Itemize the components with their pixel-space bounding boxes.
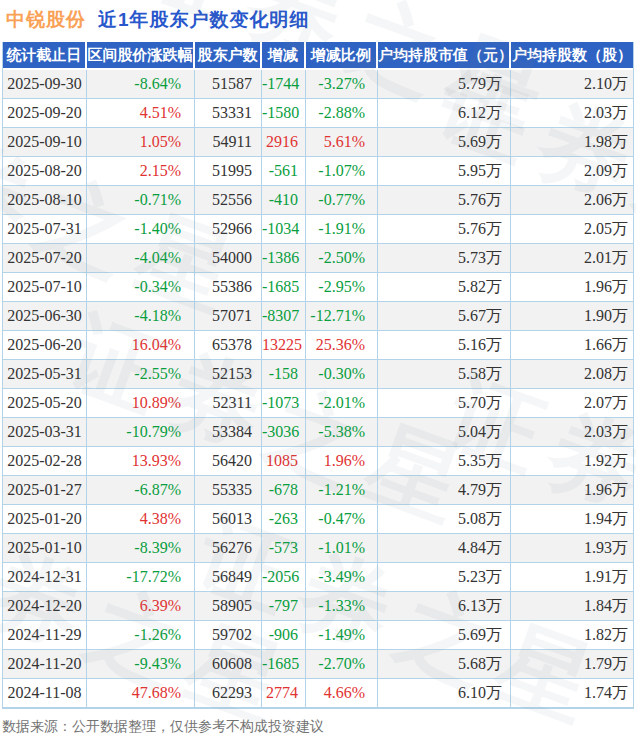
cell-avg-shares: 1.96万 <box>511 476 633 505</box>
cell-date: 2024-11-20 <box>3 650 87 679</box>
table-row: 2025-05-31 -2.55% 52153 -158 -0.30% 5.58… <box>3 360 633 389</box>
cell-date: 2024-12-31 <box>3 563 87 592</box>
cell-holders: 62293 <box>195 679 262 708</box>
cell-price-change: -6.87% <box>87 476 195 505</box>
cell-holders: 55335 <box>195 476 262 505</box>
cell-delta-pct: 1.96% <box>306 447 378 476</box>
cell-holders: 53384 <box>195 418 262 447</box>
cell-date: 2025-05-31 <box>3 360 87 389</box>
cell-avg-shares: 1.94万 <box>511 505 633 534</box>
cell-avg-shares: 2.09万 <box>511 157 633 186</box>
cell-price-change: -1.40% <box>87 215 195 244</box>
cell-holders: 51995 <box>195 157 262 186</box>
cell-avg-value: 5.23万 <box>378 563 511 592</box>
cell-avg-shares: 1.96万 <box>511 273 633 302</box>
cell-avg-value: 5.67万 <box>378 302 511 331</box>
cell-delta: -561 <box>262 157 306 186</box>
table-row: 2025-06-30 -4.18% 57071 -8307 -12.71% 5.… <box>3 302 633 331</box>
cell-delta: 1085 <box>262 447 306 476</box>
cell-avg-shares: 1.82万 <box>511 621 633 650</box>
cell-holders: 58905 <box>195 592 262 621</box>
page-subtitle: 近1年股东户数变化明细 <box>98 9 310 30</box>
cell-avg-value: 5.70万 <box>378 389 511 418</box>
cell-delta: -2056 <box>262 563 306 592</box>
cell-delta-pct: -1.07% <box>306 157 378 186</box>
cell-delta-pct: -2.50% <box>306 244 378 273</box>
cell-date: 2025-06-20 <box>3 331 87 360</box>
cell-date: 2025-08-10 <box>3 186 87 215</box>
cell-price-change: -9.43% <box>87 650 195 679</box>
cell-date: 2025-09-20 <box>3 99 87 128</box>
cell-avg-shares: 2.07万 <box>511 389 633 418</box>
cell-avg-shares: 2.03万 <box>511 99 633 128</box>
table-row: 2025-02-28 13.93% 56420 1085 1.96% 5.35万… <box>3 447 633 476</box>
cell-avg-shares: 1.84万 <box>511 592 633 621</box>
table-row: 2025-01-10 -8.39% 56276 -573 -1.01% 4.84… <box>3 534 633 563</box>
cell-delta-pct: -12.71% <box>306 302 378 331</box>
cell-delta-pct: -2.88% <box>306 99 378 128</box>
cell-price-change: 4.38% <box>87 505 195 534</box>
cell-date: 2025-01-20 <box>3 505 87 534</box>
cell-date: 2024-12-20 <box>3 592 87 621</box>
column-header-holders: 股东户数 <box>195 42 262 70</box>
cell-avg-value: 5.68万 <box>378 650 511 679</box>
table-row: 2025-07-20 -4.04% 54000 -1386 -2.50% 5.7… <box>3 244 633 273</box>
table-row: 2025-09-10 1.05% 54911 2916 5.61% 5.69万 … <box>3 128 633 157</box>
cell-avg-shares: 1.66万 <box>511 331 633 360</box>
table-row: 2025-07-10 -0.34% 55386 -1685 -2.95% 5.8… <box>3 273 633 302</box>
cell-holders: 57071 <box>195 302 262 331</box>
column-header-avg-shares: 户均持股数（股） <box>511 42 633 70</box>
cell-date: 2025-07-20 <box>3 244 87 273</box>
cell-date: 2025-08-20 <box>3 157 87 186</box>
cell-price-change: -10.79% <box>87 418 195 447</box>
cell-avg-shares: 1.93万 <box>511 534 633 563</box>
cell-holders: 59702 <box>195 621 262 650</box>
table-row: 2025-08-10 -0.71% 52556 -410 -0.77% 5.76… <box>3 186 633 215</box>
cell-holders: 52556 <box>195 186 262 215</box>
table-row: 2024-11-20 -9.43% 60608 -1685 -2.70% 5.6… <box>3 650 633 679</box>
cell-holders: 56420 <box>195 447 262 476</box>
cell-delta: 2774 <box>262 679 306 708</box>
cell-price-change: -4.18% <box>87 302 195 331</box>
cell-delta: -3036 <box>262 418 306 447</box>
cell-delta: 2916 <box>262 128 306 157</box>
table-row: 2025-03-31 -10.79% 53384 -3036 -5.38% 5.… <box>3 418 633 447</box>
table-row: 2025-07-31 -1.40% 52966 -1034 -1.91% 5.7… <box>3 215 633 244</box>
cell-delta: -678 <box>262 476 306 505</box>
column-header-avg-value: 户均持股市值（元） <box>378 42 511 70</box>
table-row: 2024-11-29 -1.26% 59702 -906 -1.49% 5.69… <box>3 621 633 650</box>
table-row: 2025-08-20 2.15% 51995 -561 -1.07% 5.95万… <box>3 157 633 186</box>
cell-price-change: -17.72% <box>87 563 195 592</box>
data-source-note: 数据来源：公开数据整理，仅供参考不构成投资建议 <box>0 718 636 736</box>
shareholder-table: 统计截止日 区间股价涨跌幅 股东户数 增减 增减比例 户均持股市值（元） 户均持… <box>3 42 633 708</box>
cell-price-change: -0.71% <box>87 186 195 215</box>
cell-price-change: -8.64% <box>87 70 195 99</box>
stock-name: 中锐股份 <box>6 9 86 30</box>
cell-delta: -797 <box>262 592 306 621</box>
cell-date: 2025-07-31 <box>3 215 87 244</box>
cell-price-change: 13.93% <box>87 447 195 476</box>
cell-avg-value: 5.58万 <box>378 360 511 389</box>
cell-date: 2024-11-29 <box>3 621 87 650</box>
page-title: 中锐股份近1年股东户数变化明细 <box>0 0 636 42</box>
cell-holders: 56849 <box>195 563 262 592</box>
table-row: 2025-09-20 4.51% 53331 -1580 -2.88% 6.12… <box>3 99 633 128</box>
cell-avg-value: 6.12万 <box>378 99 511 128</box>
cell-delta-pct: -0.77% <box>306 186 378 215</box>
cell-delta-pct: -2.70% <box>306 650 378 679</box>
cell-avg-shares: 1.90万 <box>511 302 633 331</box>
cell-avg-shares: 1.74万 <box>511 679 633 708</box>
cell-avg-value: 5.82万 <box>378 273 511 302</box>
cell-price-change: -4.04% <box>87 244 195 273</box>
column-header-delta-pct: 增减比例 <box>306 42 378 70</box>
column-header-date: 统计截止日 <box>3 42 87 70</box>
cell-delta-pct: 4.66% <box>306 679 378 708</box>
cell-delta-pct: -0.30% <box>306 360 378 389</box>
cell-delta: -1580 <box>262 99 306 128</box>
cell-delta-pct: -3.49% <box>306 563 378 592</box>
cell-holders: 56013 <box>195 505 262 534</box>
cell-price-change: 2.15% <box>87 157 195 186</box>
cell-delta: -158 <box>262 360 306 389</box>
cell-delta: -8307 <box>262 302 306 331</box>
column-header-delta: 增减 <box>262 42 306 70</box>
